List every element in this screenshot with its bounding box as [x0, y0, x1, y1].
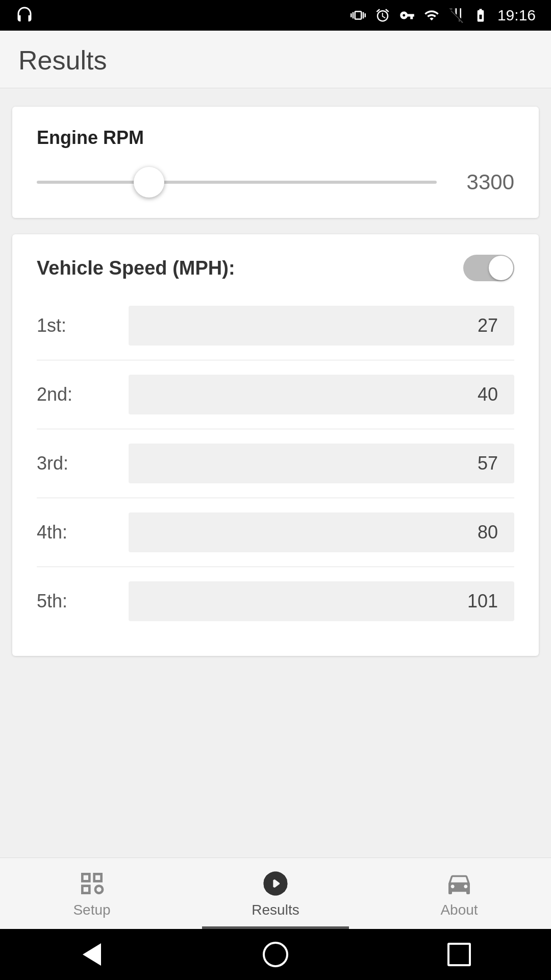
- status-bar-right: 19:16: [350, 7, 536, 24]
- nav-item-results[interactable]: Results: [184, 858, 367, 929]
- gear-row: 1st:27: [37, 291, 514, 360]
- vehicle-speed-title: Vehicle Speed (MPH):: [37, 257, 235, 279]
- headset-icon: [15, 6, 34, 24]
- app-header: Results: [0, 31, 551, 88]
- gear-value-1: 40: [129, 375, 514, 414]
- nav-item-setup[interactable]: Setup: [0, 858, 184, 929]
- setup-icon: [78, 869, 106, 898]
- gear-rows-container: 1st:272nd:403rd:574th:805th:101: [37, 291, 514, 635]
- vehicle-speed-toggle[interactable]: [463, 255, 514, 281]
- vehicle-speed-card: Vehicle Speed (MPH): 1st:272nd:403rd:574…: [12, 234, 539, 656]
- rpm-value: 3300: [453, 170, 514, 194]
- rpm-slider-thumb[interactable]: [134, 167, 164, 198]
- gear-label-1: 2nd:: [37, 384, 129, 405]
- status-bar-left: [15, 6, 34, 24]
- vpn-key-icon: [399, 8, 415, 23]
- gear-value-0: 27: [129, 306, 514, 346]
- gear-row: 4th:80: [37, 498, 514, 567]
- gear-label-3: 4th:: [37, 522, 129, 543]
- rpm-slider-container[interactable]: [37, 167, 437, 198]
- gear-row: 5th:101: [37, 567, 514, 635]
- vehicle-speed-header: Vehicle Speed (MPH):: [37, 255, 514, 281]
- alarm-icon: [375, 8, 390, 23]
- signal-icon: [448, 8, 464, 23]
- rpm-slider-track: [37, 181, 437, 184]
- wifi-icon: [424, 8, 439, 23]
- engine-rpm-title: Engine RPM: [37, 127, 514, 149]
- nav-label-results: Results: [252, 902, 299, 918]
- toggle-thumb: [489, 256, 513, 280]
- bottom-nav: Setup Results About: [0, 857, 551, 929]
- battery-icon: [473, 8, 488, 23]
- gear-value-3: 80: [129, 512, 514, 552]
- gear-row: 3rd:57: [37, 429, 514, 498]
- results-icon: [261, 869, 290, 898]
- engine-rpm-card: Engine RPM 3300: [12, 107, 539, 218]
- main-content: Engine RPM 3300 Vehicle Speed (MPH): 1st…: [0, 88, 551, 857]
- status-time: 19:16: [497, 7, 536, 24]
- android-nav-bar: [0, 929, 551, 980]
- gear-value-2: 57: [129, 444, 514, 483]
- gear-label-2: 3rd:: [37, 453, 129, 474]
- nav-item-about[interactable]: About: [367, 858, 551, 929]
- home-button[interactable]: [255, 934, 296, 975]
- nav-label-setup: Setup: [73, 902, 110, 918]
- gear-label-4: 5th:: [37, 591, 129, 612]
- gear-label-0: 1st:: [37, 315, 129, 336]
- page-title: Results: [18, 45, 533, 76]
- gear-value-4: 101: [129, 581, 514, 621]
- rpm-slider-row: 3300: [37, 167, 514, 198]
- vibrate-icon: [350, 8, 366, 23]
- recents-button[interactable]: [439, 934, 480, 975]
- status-bar: 19:16: [0, 0, 551, 31]
- gear-row: 2nd:40: [37, 360, 514, 429]
- nav-label-about: About: [440, 902, 478, 918]
- back-button[interactable]: [71, 934, 112, 975]
- about-icon: [445, 869, 473, 898]
